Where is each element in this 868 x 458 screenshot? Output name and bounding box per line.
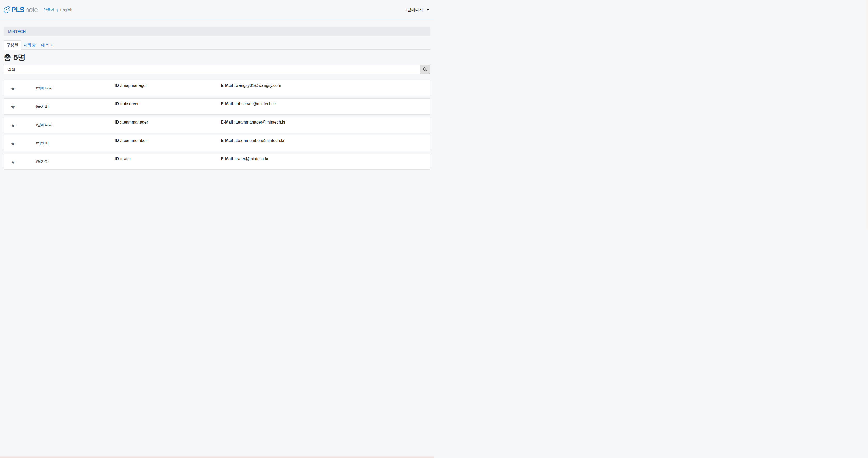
tab-chatrooms[interactable]: 대화방: [21, 40, 38, 50]
member-name: t옵저버: [36, 99, 115, 114]
member-id: ID :tteammember: [115, 135, 221, 151]
pls-note-logo-icon: [4, 6, 10, 14]
language-separator: |: [57, 8, 58, 12]
email-label: E-Mail :: [221, 157, 236, 161]
team-name: MINTECH: [8, 29, 26, 34]
top-header: PLS note 한국어 | English t팀매니저: [0, 0, 434, 20]
member-name: t평가자: [36, 154, 115, 169]
email-value: tobserver@mintech.kr: [236, 101, 276, 106]
magnifier-icon: [423, 67, 427, 71]
email-value: trater@mintech.kr: [236, 157, 269, 161]
member-row[interactable]: ★ t팀매니저 ID :tteammanager E-Mail :tteamma…: [4, 117, 430, 133]
email-label: E-Mail :: [221, 83, 236, 88]
language-korean-link[interactable]: 한국어: [43, 7, 54, 12]
favorite-star-icon[interactable]: ★: [10, 104, 15, 110]
favorite-star-icon[interactable]: ★: [10, 159, 15, 165]
user-name: t팀매니저: [406, 7, 423, 12]
id-value: trater: [121, 157, 131, 161]
member-id: ID :tteammanager: [115, 117, 221, 132]
id-value: tteammember: [121, 138, 147, 143]
language-english-link[interactable]: English: [60, 8, 72, 12]
email-value: tteammanager@mintech.kr: [236, 120, 285, 124]
email-label: E-Mail :: [221, 138, 236, 143]
id-value: tmapmanager: [121, 83, 147, 88]
member-email: E-Mail :trater@mintech.kr: [221, 154, 430, 169]
id-label: ID :: [115, 138, 121, 143]
id-label: ID :: [115, 83, 121, 88]
id-value: tobserver: [121, 101, 139, 106]
member-row[interactable]: ★ t평가자 ID :trater E-Mail :trater@mintech…: [4, 154, 430, 170]
favorite-star-icon[interactable]: ★: [10, 141, 15, 146]
brand-secondary: note: [25, 6, 38, 13]
main-content: MINTECH 구성원 대화방 태스크 총 5명 ★ t맵매니저 ID :tma…: [0, 27, 434, 170]
app-logo[interactable]: PLS note: [4, 6, 38, 14]
member-total-heading: 총 5명: [4, 53, 430, 62]
member-row[interactable]: ★ t팀멤버 ID :tteammember E-Mail :tteammemb…: [4, 135, 430, 151]
user-menu[interactable]: t팀매니저: [406, 7, 430, 12]
tab-tasks[interactable]: 태스크: [38, 40, 56, 50]
member-row[interactable]: ★ t맵매니저 ID :tmapmanager E-Mail :wangsy01…: [4, 80, 430, 96]
member-name: t팀멤버: [36, 135, 115, 151]
member-name: t맵매니저: [36, 81, 115, 96]
id-value: tteammanager: [121, 120, 148, 124]
favorite-star-icon[interactable]: ★: [10, 86, 15, 91]
search-input[interactable]: [4, 65, 420, 74]
member-id: ID :tobserver: [115, 99, 221, 114]
id-label: ID :: [115, 157, 121, 161]
email-label: E-Mail :: [221, 120, 236, 124]
email-value: wangsy01@wangsy.com: [236, 83, 281, 88]
member-email: E-Mail :wangsy01@wangsy.com: [221, 81, 430, 96]
member-name: t팀매니저: [36, 117, 115, 132]
member-list: ★ t맵매니저 ID :tmapmanager E-Mail :wangsy01…: [4, 80, 430, 170]
id-label: ID :: [115, 101, 121, 106]
favorite-star-icon[interactable]: ★: [10, 123, 15, 128]
chevron-down-icon: [426, 9, 429, 11]
tab-members[interactable]: 구성원: [4, 40, 21, 50]
brand-primary: PLS: [11, 6, 24, 13]
search-button[interactable]: [420, 65, 430, 74]
search-group: [4, 65, 430, 74]
member-row[interactable]: ★ t옵저버 ID :tobserver E-Mail :tobserver@m…: [4, 98, 430, 115]
tab-bar: 구성원 대화방 태스크: [4, 40, 430, 50]
id-label: ID :: [115, 120, 121, 124]
member-email: E-Mail :tteammember@mintech.kr: [221, 135, 430, 151]
member-email: E-Mail :tobserver@mintech.kr: [221, 99, 430, 114]
team-banner[interactable]: MINTECH: [4, 27, 430, 36]
member-id: ID :trater: [115, 154, 221, 169]
member-id: ID :tmapmanager: [115, 81, 221, 96]
email-value: tteammember@mintech.kr: [236, 138, 284, 143]
language-switcher: 한국어 | English: [43, 7, 72, 12]
email-label: E-Mail :: [221, 101, 236, 106]
member-email: E-Mail :tteammanager@mintech.kr: [221, 117, 430, 132]
